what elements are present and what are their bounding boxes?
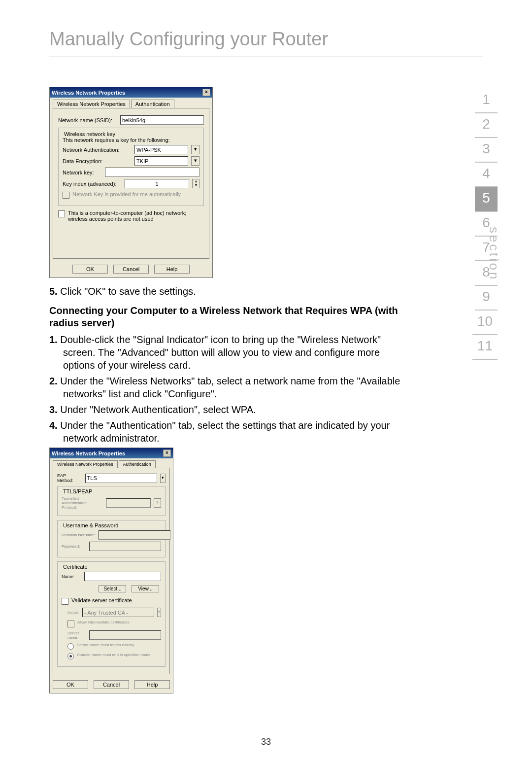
allow-intermediate-label: Allow intermediate certificates <box>77 620 130 624</box>
title-rule <box>49 57 483 57</box>
server-name-label: Server name: <box>67 631 86 640</box>
chevron-down-icon[interactable]: ▾ <box>191 156 200 166</box>
chevron-down-icon[interactable]: ▾ <box>160 474 166 483</box>
step-text: Double-click the "Signal Indicator" icon… <box>58 334 381 371</box>
help-button[interactable]: Help <box>154 265 190 274</box>
page: Manually Configuring your Router Wireles… <box>0 0 532 760</box>
dialog-titlebar: Wireless Network Properties × <box>50 87 212 98</box>
step-2: 2. Under the "Wireless Networks" tab, se… <box>49 375 414 400</box>
chevron-down-icon[interactable]: ▾ <box>191 145 200 154</box>
server-exact-label: Server name must match exactly <box>77 643 134 647</box>
tab-authentication[interactable]: Authentication <box>119 460 156 468</box>
step-number: 3. <box>49 404 58 415</box>
network-key-label: Network key: <box>63 170 102 175</box>
wireless-properties-dialog-1: Wireless Network Properties × Wireless N… <box>49 87 213 278</box>
server-exact-radio <box>67 643 74 650</box>
close-icon[interactable]: × <box>163 449 171 457</box>
cancel-button[interactable]: Cancel <box>113 265 149 274</box>
issuer-select <box>82 608 154 617</box>
dialog-title-text: Wireless Network Properties <box>52 90 125 96</box>
step-4: 4. Under the "Authentication" tab, selec… <box>49 419 414 445</box>
section-link-2[interactable]: 2 <box>475 113 498 138</box>
tab-wireless-properties[interactable]: Wireless Network Properties <box>53 100 130 108</box>
page-number: 33 <box>0 737 532 747</box>
server-name-input <box>89 630 161 640</box>
section-link-11[interactable]: 11 <box>472 335 498 360</box>
tab-authentication[interactable]: Authentication <box>131 100 174 108</box>
auto-key-label: Network Key is provided for me automatic… <box>72 191 181 197</box>
validate-cert-label: Validate server certificate <box>71 597 132 603</box>
step-number: 5. <box>49 286 58 297</box>
ok-button[interactable]: OK <box>53 680 88 689</box>
cert-name-input[interactable] <box>84 572 161 581</box>
encryption-select[interactable] <box>134 156 188 166</box>
domain-end-radio <box>67 653 74 659</box>
step-5: 5. Click "OK" to save the settings. <box>49 285 414 298</box>
step-text: Click "OK" to save the settings. <box>58 286 196 297</box>
adhoc-label: This is a computer-to-computer (ad hoc) … <box>68 210 204 222</box>
help-button[interactable]: Help <box>134 680 170 689</box>
section-link-9[interactable]: 9 <box>475 286 498 311</box>
close-icon[interactable]: × <box>202 89 210 96</box>
section-label: section <box>486 227 501 281</box>
step-text: Under the "Authentication" tab, select t… <box>58 420 390 444</box>
auth-select[interactable] <box>134 145 188 154</box>
password-label: Password: <box>62 544 86 549</box>
username-input <box>99 530 170 540</box>
steps-list: 1. Double-click the "Signal Indicator" i… <box>49 333 414 445</box>
dialog-title-text: Wireless Network Properties <box>52 450 125 456</box>
tab-wireless-properties[interactable]: Wireless Network Properties <box>53 460 118 468</box>
section-link-5[interactable]: 5 <box>475 187 498 212</box>
dialog-tabs: Wireless Network Properties Authenticati… <box>50 98 212 108</box>
wireless-key-group: Wireless network key This network requir… <box>58 128 204 206</box>
ok-button[interactable]: OK <box>72 265 108 274</box>
dialog-titlebar: Wireless Network Properties × <box>50 448 173 458</box>
credentials-title: Username & Password <box>62 522 120 528</box>
step-number: 2. <box>49 376 58 386</box>
ssid-label: Network name (SSID): <box>58 117 117 123</box>
section-link-10[interactable]: 10 <box>472 311 498 335</box>
credentials-group: Username & Password Domain\Username: Pas… <box>57 520 166 557</box>
cancel-button[interactable]: Cancel <box>94 680 129 689</box>
section-link-3[interactable]: 3 <box>475 138 498 163</box>
step-number: 1. <box>49 334 58 345</box>
certificate-title: Certificate <box>62 564 89 570</box>
tunnelled-auth-select <box>106 498 151 508</box>
issuer-label: Issuer: <box>67 610 79 615</box>
auth-label: Network Authentication: <box>63 147 132 153</box>
dialog-button-bar: OK Cancel Help <box>50 262 212 277</box>
auto-key-checkbox[interactable] <box>63 192 69 199</box>
section-sidebar: 1234567891011 section <box>443 89 498 360</box>
username-label: Domain\Username: <box>62 533 96 537</box>
ttls-peap-group: TTLS/PEAP Tunnelled Authentication Proto… <box>57 486 166 516</box>
chevron-down-icon: ▾ <box>154 498 161 508</box>
validate-cert-checkbox[interactable] <box>62 598 68 605</box>
subheading: Connecting your Computer to a Wireless N… <box>49 305 414 329</box>
ttls-peap-title: TTLS/PEAP <box>62 488 94 494</box>
eap-method-select[interactable] <box>85 474 157 483</box>
adhoc-checkbox[interactable] <box>58 210 65 217</box>
ssid-input[interactable] <box>120 115 204 125</box>
select-button[interactable]: Select... <box>99 585 126 592</box>
spinner-icon[interactable]: ▴▾ <box>192 179 200 188</box>
main-content: Wireless Network Properties × Wireless N… <box>49 87 414 693</box>
section-link-4[interactable]: 4 <box>475 163 498 187</box>
step-1: 1. Double-click the "Signal Indicator" i… <box>49 333 414 372</box>
dialog-body: EAP Method: ▾ TTLS/PEAP Tunnelled Authen… <box>53 468 170 674</box>
allow-intermediate-checkbox <box>67 621 74 627</box>
dialog-button-bar: OK Cancel Help <box>50 677 173 693</box>
network-key-input[interactable] <box>105 168 200 177</box>
section-link-1[interactable]: 1 <box>475 89 498 113</box>
password-input <box>89 542 161 551</box>
wireless-properties-dialog-2: Wireless Network Properties × Wireless N… <box>49 448 173 693</box>
view-button[interactable]: View... <box>132 585 159 592</box>
step-3: 3. Under "Network Authentication", selec… <box>49 403 414 416</box>
key-note: This network requires a key for the foll… <box>63 137 200 143</box>
dialog-tabs: Wireless Network Properties Authenticati… <box>50 458 173 468</box>
key-index-spinner[interactable] <box>125 179 189 188</box>
chevron-down-icon: ▾ <box>157 608 161 617</box>
certificate-group: Certificate Name: Select... View... Vali… <box>57 561 166 667</box>
tunnelled-auth-label: Tunnelled Authentication Protocol: <box>62 496 103 510</box>
step-text: Under "Network Authentication", select W… <box>58 404 256 415</box>
wireless-key-group-title: Wireless network key <box>63 131 117 137</box>
